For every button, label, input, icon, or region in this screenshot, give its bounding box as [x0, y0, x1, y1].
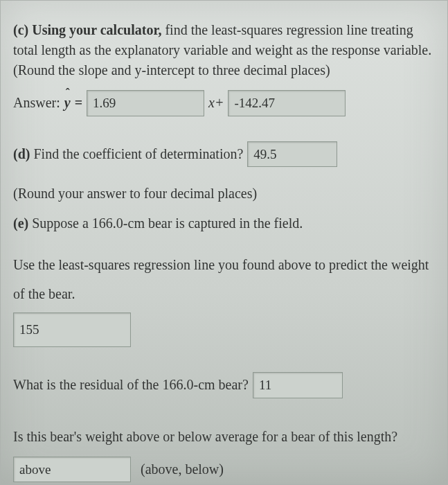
slope-input[interactable]: 1.69: [87, 90, 204, 116]
answer-label: Answer:: [13, 93, 60, 113]
part-d-text: Find the coefficient of determination?: [30, 146, 243, 161]
y-hat-symbol: y: [64, 93, 71, 113]
above-below-hint: (above, below): [141, 459, 224, 479]
part-c-answer-row: Answer: y = 1.69 x+ -142.47: [13, 90, 435, 116]
use-line-text: Use the least-squares regression line yo…: [13, 250, 435, 308]
above-below-row: above (above, below): [13, 457, 224, 483]
part-e-predict-row: Use the least-squares regression line yo…: [13, 250, 435, 347]
residual-prompt: What is the residual of the 166.0-cm bea…: [13, 375, 249, 395]
residual-input[interactable]: 11: [253, 372, 343, 398]
worksheet-page: (c) Using your calculator, find the leas…: [0, 0, 448, 485]
part-e-label: (e): [13, 215, 28, 231]
predicted-weight-input[interactable]: 155: [13, 312, 131, 347]
intercept-input[interactable]: -142.47: [228, 90, 346, 116]
part-e-text: Suppose a 166.0-cm bear is captured in t…: [28, 215, 303, 231]
above-below-input[interactable]: above: [13, 457, 131, 483]
coefficient-input[interactable]: 49.5: [247, 141, 337, 168]
equals-sign: =: [75, 93, 82, 113]
part-e-prompt: (e) Suppose a 166.0-cm bear is captured …: [13, 213, 435, 233]
part-d-round-note: (Round your answer to four decimal place…: [13, 184, 435, 204]
above-below-prompt: Is this bear's weight above or below ave…: [13, 423, 435, 450]
x-plus-label: x+: [208, 93, 224, 113]
above-below-text: Is this bear's weight above or below ave…: [13, 429, 397, 444]
part-c-prompt: (c) Using your calculator, find the leas…: [13, 20, 435, 80]
residual-row: What is the residual of the 166.0-cm bea…: [13, 372, 343, 398]
part-d-row: (d) Find the coefficient of determinatio…: [13, 141, 337, 168]
part-d-label: (d): [13, 146, 30, 161]
part-c-label: (c) Using your calculator,: [13, 22, 161, 37]
